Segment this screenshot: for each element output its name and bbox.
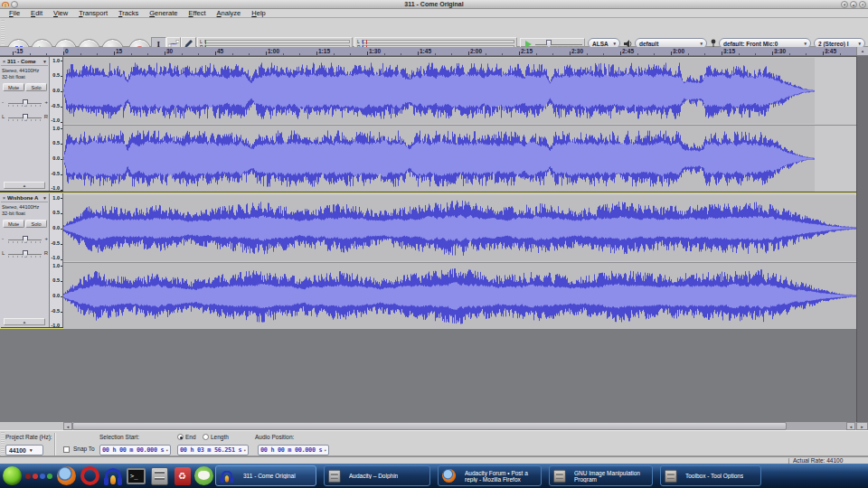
project-rate-label: Project Rate (Hz): — [5, 434, 52, 440]
ruler-major-tick — [620, 52, 621, 55]
end-radio[interactable]: End — [177, 434, 196, 440]
vertical-scrollbar[interactable] — [856, 56, 868, 422]
amplitude-scale-label: 0.0 — [52, 88, 60, 93]
menu-item-tracks[interactable]: Tracks — [113, 9, 144, 18]
taskbar-window-button[interactable]: 311 - Come Original — [215, 465, 316, 486]
track-format: Stereo, 44100Hz — [2, 204, 39, 210]
track-menu-icon[interactable]: ▼ — [42, 59, 48, 64]
track-2-waveform-right[interactable] — [63, 263, 856, 329]
track-close-icon[interactable]: × — [1, 195, 7, 201]
taskbar-window-button[interactable]: Audacity Forum • Post a reply - Mozilla … — [438, 465, 542, 486]
timeline-ruler[interactable]: -1501530451:001:151:301:452:002:152:302:… — [0, 47, 868, 56]
track-2: × Wishbone A ▼ Stereo, 44100Hz 32-bit fl… — [0, 192, 856, 329]
track-collapse-button[interactable]: ▲ — [4, 182, 45, 189]
amplitude-scale-label: 1.0 — [52, 195, 60, 201]
taskbar-window-title: Audacity Forum • Post a reply - Mozilla … — [465, 470, 537, 483]
opera-launcher[interactable] — [80, 465, 100, 486]
amplitude-scale-label: 0.0 — [52, 293, 60, 298]
scroll-up-arrow-icon[interactable]: ▴ — [856, 47, 868, 55]
pager-dot[interactable] — [25, 474, 31, 479]
scroll-left-arrow-icon[interactable]: ◂ — [63, 422, 72, 430]
menu-item-transport[interactable]: Transport — [73, 9, 113, 18]
gimp-icon — [665, 469, 677, 482]
scroll-right-arrow-icon[interactable]: ▸ — [856, 422, 868, 430]
close-icon[interactable]: × — [859, 1, 866, 8]
toolbar-grip[interactable] — [1, 432, 5, 455]
firefox-icon — [442, 469, 456, 483]
track-menu-icon[interactable]: ▼ — [42, 195, 48, 201]
project-rate-select[interactable]: 44100▾ — [5, 445, 43, 455]
track-title[interactable]: Wishbone A — [7, 195, 42, 201]
selection-end-field[interactable]: 00 h 03 m 56.251 s▾ — [177, 445, 249, 455]
minimize-icon[interactable]: ▾ — [841, 1, 848, 8]
ruler-time-label: 3:15 — [723, 47, 735, 55]
toolbar-grip[interactable] — [1, 20, 5, 45]
ruler-major-tick — [114, 52, 115, 55]
ruler-time-label: 2:00 — [470, 47, 482, 55]
taskbar-window-button[interactable]: GNU Image Manipulation Program — [549, 465, 653, 486]
menu-item-effect[interactable]: Effect — [184, 9, 212, 18]
track-1-vertical-ruler[interactable]: 1.00.50.0-0.5-1.0 1.00.50.0-0.5-1.0 — [50, 57, 63, 191]
meter-start-tick — [205, 40, 206, 44]
ruler-time-label: -15 — [14, 47, 23, 55]
pager-dot[interactable] — [40, 474, 45, 479]
gain-slider[interactable]: -+ — [2, 235, 48, 244]
pan-slider[interactable]: LR — [2, 249, 48, 258]
taskbar-window-button[interactable]: Toolbox - Tool Options — [660, 465, 761, 486]
kmenu-button[interactable] — [2, 465, 23, 486]
trash-launcher[interactable]: ♻ — [172, 465, 193, 486]
ruler-major-tick — [63, 52, 64, 55]
taskbar-window-title: GNU Image Manipulation Program — [574, 470, 648, 483]
scrollbar-thumb[interactable] — [72, 422, 787, 430]
pager-dot[interactable] — [33, 474, 38, 479]
snap-to-checkbox[interactable] — [63, 446, 70, 453]
menu-item-analyze[interactable]: Analyze — [212, 9, 247, 18]
file-manager-launcher[interactable] — [149, 465, 170, 486]
track-2-vertical-ruler[interactable]: 1.00.50.0-0.5-1.0 1.00.50.0-0.5-1.0 — [50, 193, 63, 327]
track-2-waveform-left[interactable] — [63, 195, 856, 261]
taskbar-window-button[interactable]: Audacity – Dolphin — [324, 465, 430, 486]
radio-icon — [177, 434, 184, 440]
menu-item-view[interactable]: View — [48, 9, 73, 18]
horizontal-scrollbar[interactable]: ◂ ◂ ▸ — [0, 422, 868, 430]
track-1-waveform-right[interactable] — [63, 126, 856, 192]
gnu-launcher[interactable] — [193, 465, 214, 486]
pager-dot[interactable] — [47, 474, 52, 479]
menu-item-help[interactable]: Help — [246, 9, 270, 18]
ruler-time-label: 3:30 — [774, 47, 786, 55]
trash-icon: ♻ — [175, 467, 191, 485]
scroll-left-arrow-icon[interactable]: ◂ — [846, 422, 855, 430]
length-radio[interactable]: Length — [203, 434, 229, 440]
firefox-icon — [57, 466, 76, 485]
maximize-icon[interactable]: ▴ — [850, 1, 857, 8]
konsole-launcher[interactable]: >_ — [126, 465, 146, 486]
track-2-control-panel[interactable]: × Wishbone A ▼ Stereo, 44100Hz 32-bit fl… — [0, 193, 50, 327]
pan-slider[interactable]: LR — [2, 113, 48, 122]
track-title[interactable]: 311 - Come — [7, 59, 42, 64]
track-1-waveform-left[interactable] — [63, 58, 856, 124]
menu-item-edit[interactable]: Edit — [25, 9, 48, 18]
ruler-major-tick — [215, 52, 216, 55]
selection-start-field[interactable]: 00 h 00 m 00.000 s▾ — [99, 445, 171, 455]
track-region: × 311 - Come ▼ Stereo, 44100Hz 32-bit fl… — [0, 56, 868, 422]
firefox-launcher[interactable] — [56, 465, 77, 486]
mute-button[interactable]: Mute — [3, 220, 24, 228]
audio-position-field[interactable]: 00 h 00 m 00.000 s▾ — [258, 445, 329, 455]
menu-item-file[interactable]: File — [4, 9, 25, 18]
status-bar: Actual Rate: 44100 — [0, 456, 868, 464]
mute-button[interactable]: Mute — [3, 83, 24, 91]
window-titlebar[interactable]: 311 - Come Original ▾ ▴ × — [0, 0, 868, 9]
audacity-launcher[interactable] — [102, 465, 123, 486]
solo-button[interactable]: Solo — [25, 220, 47, 228]
amplitude-scale-label: -0.5 — [52, 171, 60, 176]
track-1-control-panel[interactable]: × 311 - Come ▼ Stereo, 44100Hz 32-bit fl… — [0, 57, 50, 191]
audio-position-label: Audio Position: — [255, 434, 294, 440]
track-close-icon[interactable]: × — [1, 59, 7, 64]
gimp-icon — [553, 469, 566, 482]
menu-item-generate[interactable]: Generate — [144, 9, 183, 18]
track-collapse-button[interactable]: ▲ — [4, 318, 45, 325]
track-format: Stereo, 44100Hz — [2, 68, 39, 73]
selection-toolbar: Project Rate (Hz): 44100▾ Snap To Select… — [0, 430, 868, 456]
gain-slider[interactable]: -+ — [2, 99, 48, 108]
solo-button[interactable]: Solo — [25, 83, 47, 91]
